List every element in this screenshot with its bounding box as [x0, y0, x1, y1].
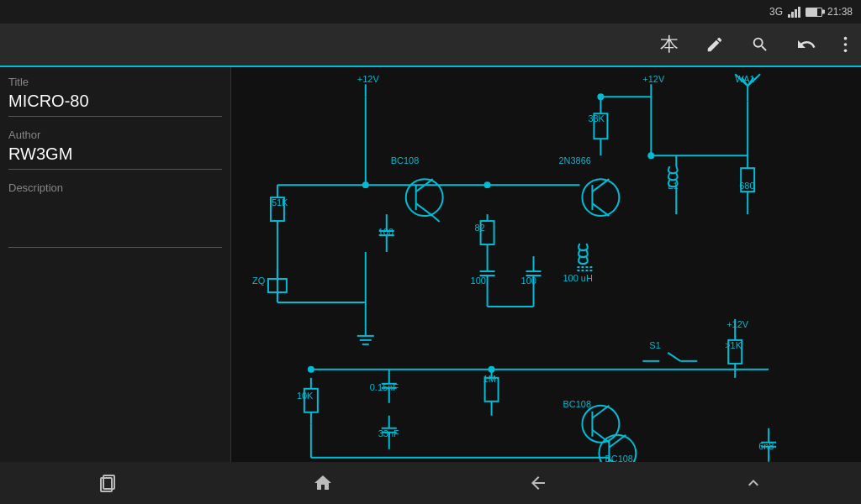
book-icon[interactable]: 本: [655, 27, 684, 62]
circuit-area[interactable]: +12V +12V WA1 33K 51K BC108 2N3866: [231, 67, 861, 462]
title-value: MICRO-80: [8, 92, 222, 117]
svg-point-135: [484, 181, 491, 188]
svg-point-139: [308, 366, 314, 373]
svg-text:BC108: BC108: [391, 155, 420, 165]
bottom-nav: [0, 462, 861, 504]
toolbar: 本: [0, 24, 861, 67]
svg-text:10K: 10K: [297, 391, 314, 401]
svg-point-1: [844, 43, 848, 46]
search-icon[interactable]: [746, 30, 774, 59]
undo-icon[interactable]: [791, 29, 821, 60]
svg-text:2N3866: 2N3866: [558, 155, 590, 165]
svg-text:+12V: +12V: [726, 319, 749, 329]
recent-apps-icon[interactable]: [82, 466, 133, 500]
status-bar: 3G 21:38: [0, 0, 861, 24]
more-icon[interactable]: [838, 30, 853, 59]
description-value: [8, 197, 222, 248]
author-label: Author: [8, 129, 222, 141]
svg-text:+12V: +12V: [642, 74, 665, 84]
svg-text:51K: 51K: [272, 197, 288, 207]
description-label: Description: [8, 181, 222, 194]
svg-rect-3: [231, 67, 861, 461]
svg-point-136: [647, 152, 654, 159]
pen-icon[interactable]: [700, 30, 729, 59]
svg-text:ZQ: ZQ: [252, 276, 265, 286]
svg-point-2: [844, 50, 848, 53]
up-icon[interactable]: [728, 466, 779, 500]
svg-point-138: [489, 366, 495, 373]
svg-text:100 uH: 100 uH: [563, 273, 592, 283]
network-type: 3G: [769, 6, 783, 18]
circuit-diagram: +12V +12V WA1 33K 51K BC108 2N3866: [231, 67, 861, 462]
svg-text:+12V: +12V: [357, 74, 380, 84]
svg-text:100: 100: [471, 276, 486, 286]
svg-text:BC108: BC108: [563, 399, 591, 409]
svg-text:S1: S1: [649, 340, 660, 350]
svg-point-137: [597, 93, 604, 100]
back-icon[interactable]: [513, 466, 563, 500]
signal-icon: [788, 6, 800, 18]
svg-text:33K: 33K: [588, 113, 605, 123]
home-icon[interactable]: [298, 466, 348, 500]
svg-point-0: [844, 37, 848, 40]
clock: 21:38: [827, 6, 853, 18]
battery-icon: [806, 8, 822, 17]
author-value: RW3GM: [8, 144, 222, 170]
left-panel: Title MICRO-80 Author RW3GM Description: [0, 67, 231, 462]
svg-point-134: [362, 181, 369, 188]
title-label: Title: [8, 76, 222, 88]
